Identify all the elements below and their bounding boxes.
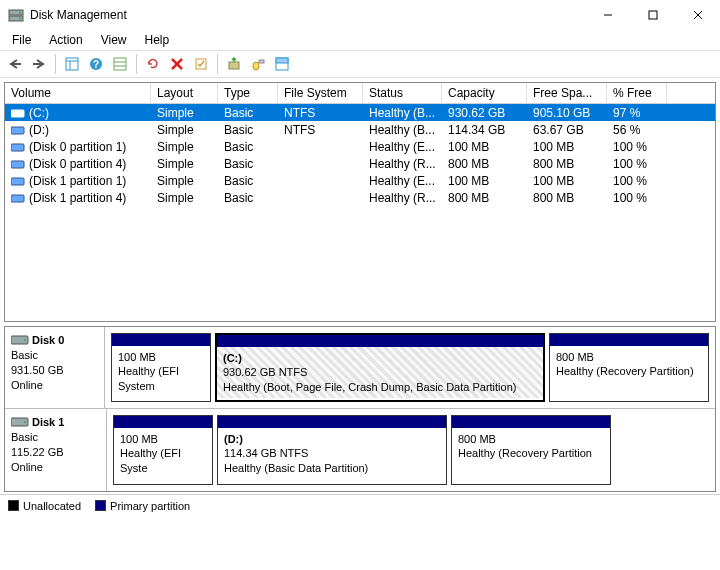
menu-action[interactable]: Action — [41, 31, 90, 49]
minimize-button[interactable] — [585, 0, 630, 30]
svg-rect-23 — [259, 60, 264, 63]
svg-rect-10 — [66, 58, 78, 70]
cell-filesystem: NTFS — [278, 120, 363, 140]
partition[interactable]: 800 MBHealthy (Recovery Partition — [451, 415, 611, 485]
volume-row[interactable]: (Disk 0 partition 1)SimpleBasicHealthy (… — [5, 138, 715, 155]
disk-name: Disk 0 — [32, 334, 64, 346]
volume-list-header: Volume Layout Type File System Status Ca… — [5, 83, 715, 104]
partition-label: 800 MBHealthy (Recovery Partition) — [550, 346, 708, 383]
app-icon — [8, 7, 24, 23]
svg-rect-31 — [11, 195, 24, 202]
volume-row[interactable]: (D:)SimpleBasicNTFSHealthy (B...114.34 G… — [5, 121, 715, 138]
window-title: Disk Management — [30, 8, 585, 22]
disk-partitions: 100 MBHealthy (EFI Syste(D:)114.34 GB NT… — [107, 409, 715, 491]
menu-file[interactable]: File — [4, 31, 39, 49]
partition-color-bar — [452, 416, 610, 428]
partition[interactable]: (D:)114.34 GB NTFSHealthy (Basic Data Pa… — [217, 415, 447, 485]
settings-button[interactable] — [109, 53, 131, 75]
volume-list[interactable]: Volume Layout Type File System Status Ca… — [4, 82, 716, 322]
help-button[interactable]: ? — [85, 53, 107, 75]
column-filesystem[interactable]: File System — [278, 83, 363, 103]
disk-type: Basic — [11, 349, 38, 361]
title-bar: Disk Management — [0, 0, 720, 30]
cell-filesystem — [278, 178, 363, 184]
maximize-button[interactable] — [630, 0, 675, 30]
partition[interactable]: 100 MBHealthy (EFI System — [111, 333, 211, 402]
partition-label: 100 MBHealthy (EFI System — [112, 346, 210, 397]
volume-row[interactable]: (Disk 1 partition 4)SimpleBasicHealthy (… — [5, 189, 715, 206]
partition-color-bar — [217, 335, 543, 347]
svg-point-35 — [24, 421, 26, 423]
cell-freespace: 800 MB — [527, 188, 607, 208]
column-pctfree[interactable]: % Free — [607, 83, 667, 103]
refresh-button[interactable] — [142, 53, 164, 75]
column-type[interactable]: Type — [218, 83, 278, 103]
disk-row: Disk 1Basic115.22 GBOnline100 MBHealthy … — [5, 409, 715, 491]
disk-icon — [11, 334, 29, 346]
forward-button[interactable] — [28, 53, 50, 75]
cell-layout: Simple — [151, 188, 218, 208]
partition[interactable]: 800 MBHealthy (Recovery Partition) — [549, 333, 709, 402]
volume-icon — [11, 124, 25, 134]
cell-filesystem — [278, 195, 363, 201]
attach-vhd-button[interactable] — [247, 53, 269, 75]
volume-row[interactable]: (C:)SimpleBasicNTFSHealthy (B...930.62 G… — [5, 104, 715, 121]
svg-rect-29 — [11, 161, 24, 168]
view-top-button[interactable] — [271, 53, 293, 75]
volume-name: (Disk 0 partition 1) — [29, 140, 126, 154]
toolbar: ? — [0, 50, 720, 78]
column-layout[interactable]: Layout — [151, 83, 218, 103]
volume-row[interactable]: (Disk 1 partition 1)SimpleBasicHealthy (… — [5, 172, 715, 189]
back-button[interactable] — [4, 53, 26, 75]
svg-point-3 — [19, 18, 21, 20]
cell-filesystem — [278, 161, 363, 167]
legend-primary-label: Primary partition — [110, 500, 190, 512]
delete-button[interactable] — [166, 53, 188, 75]
disk-type: Basic — [11, 431, 38, 443]
volume-icon — [11, 192, 25, 202]
svg-rect-5 — [649, 11, 657, 19]
column-freespace[interactable]: Free Spa... — [527, 83, 607, 103]
toolbar-separator — [136, 54, 137, 74]
close-button[interactable] — [675, 0, 720, 30]
column-volume[interactable]: Volume — [5, 83, 151, 103]
properties-button[interactable] — [190, 53, 212, 75]
toolbar-separator — [55, 54, 56, 74]
disk-info[interactable]: Disk 1Basic115.22 GBOnline — [5, 409, 107, 491]
toolbar-separator — [217, 54, 218, 74]
disk-partitions: 100 MBHealthy (EFI System(C:)930.62 GB N… — [105, 327, 715, 408]
column-capacity[interactable]: Capacity — [442, 83, 527, 103]
cell-pctfree: 100 % — [607, 188, 667, 208]
menu-help[interactable]: Help — [137, 31, 178, 49]
disk-info[interactable]: Disk 0Basic931.50 GBOnline — [5, 327, 105, 408]
volume-name: (Disk 1 partition 4) — [29, 191, 126, 205]
partition[interactable]: 100 MBHealthy (EFI Syste — [113, 415, 213, 485]
disk-icon — [11, 416, 29, 428]
disk-state: Online — [11, 461, 43, 473]
disk-size: 115.22 GB — [11, 446, 64, 458]
cell-capacity: 800 MB — [442, 188, 527, 208]
legend-primary: Primary partition — [95, 500, 190, 512]
volume-row[interactable]: (Disk 0 partition 4)SimpleBasicHealthy (… — [5, 155, 715, 172]
rescan-button[interactable] — [223, 53, 245, 75]
cell-filesystem — [278, 144, 363, 150]
cell-type: Basic — [218, 188, 278, 208]
partition-color-bar — [218, 416, 446, 428]
partition-color-bar — [112, 334, 210, 346]
volume-name: (D:) — [29, 123, 49, 137]
svg-rect-26 — [11, 110, 24, 117]
partition-color-bar — [550, 334, 708, 346]
menu-view[interactable]: View — [93, 31, 135, 49]
partition-label: 100 MBHealthy (EFI Syste — [114, 428, 212, 479]
disk-row: Disk 0Basic931.50 GBOnline100 MBHealthy … — [5, 327, 715, 409]
partition-label: 800 MBHealthy (Recovery Partition — [452, 428, 610, 465]
volume-name: (Disk 0 partition 4) — [29, 157, 126, 171]
volume-name: (Disk 1 partition 1) — [29, 174, 126, 188]
column-status[interactable]: Status — [363, 83, 442, 103]
partition[interactable]: (C:)930.62 GB NTFSHealthy (Boot, Page Fi… — [215, 333, 545, 402]
show-hide-tree-button[interactable] — [61, 53, 83, 75]
svg-text:?: ? — [93, 59, 99, 70]
legend: Unallocated Primary partition — [0, 494, 720, 516]
partition-color-bar — [114, 416, 212, 428]
svg-point-2 — [19, 12, 21, 14]
